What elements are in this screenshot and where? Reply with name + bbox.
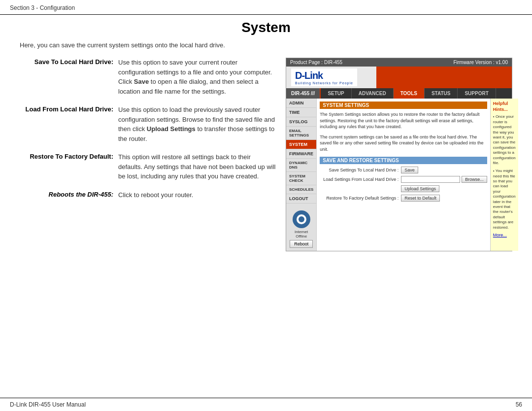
page-header: Section 3 - Configuration	[0, 0, 532, 15]
router-nav-tabs: SETUP ADVANCED TOOLS STATUS SUPPORT	[321, 88, 512, 99]
router-upload-button[interactable]: Upload Settings	[401, 185, 439, 192]
router-load-row: Load Settings From Local Hard Drive : Br…	[320, 176, 487, 183]
internet-inner-icon	[297, 214, 306, 224]
reboot-button[interactable]: Reboot	[290, 240, 313, 248]
router-hint2: • You might need this file so that you c…	[493, 169, 516, 230]
sidebar-item-firmware[interactable]: FIRMWARE	[286, 149, 316, 159]
router-save-button[interactable]: Save	[401, 167, 418, 173]
sidebar-item-ddns[interactable]: DYNAMIC DNS	[286, 159, 316, 172]
sidebar-item-time[interactable]: TIME	[286, 108, 316, 117]
reboot-description: Click to reboot your router.	[118, 190, 276, 200]
router-firmware-version: Firmware Version : v1.00	[453, 60, 508, 65]
sidebar-item-system[interactable]: SYSTEM	[286, 140, 316, 149]
router-load-input[interactable]	[401, 176, 460, 183]
dlink-logo-text: D-Link	[295, 70, 353, 81]
dlink-logo-sub: Building Networks for People	[295, 81, 353, 85]
save-bold-word: Save	[134, 78, 149, 85]
router-load-input-row: Browse...	[401, 176, 487, 183]
content-layout: Save To Local Hard Drive: Use this optio…	[20, 58, 512, 251]
nav-tab-setup[interactable]: SETUP	[321, 88, 351, 99]
intro-text: Here, you can save the current system se…	[20, 41, 512, 49]
router-more-link[interactable]: More...	[493, 233, 516, 239]
section-label: Section 3 - Configuration	[10, 4, 75, 11]
restore-label: Restore To Factory Default:	[20, 152, 113, 181]
save-label: Save To Local Hard Drive:	[20, 58, 113, 96]
reboot-label: Reboots the DIR-455:	[20, 190, 113, 200]
sidebar-item-logout[interactable]: LOGOUT	[286, 194, 316, 204]
sidebar-item-email[interactable]: EMAIL SETTINGS	[286, 127, 316, 140]
internet-core-icon	[299, 216, 304, 222]
router-sidebar: ADMIN TIME SYSLOG EMAIL SETTINGS SYSTEM …	[286, 99, 317, 251]
system-settings-title: SYSTEM SETTINGS	[320, 102, 487, 109]
router-main-area: SYSTEM SETTINGS The System Settings sect…	[317, 99, 490, 251]
router-restore-row: Restore To Factory Default Settings : Re…	[320, 195, 487, 202]
system-settings-desc1: The System Settings section allows you t…	[320, 111, 487, 130]
footer-left: D-Link DIR-455 User Manual	[10, 401, 86, 408]
sidebar-item-schedules[interactable]: SCHEDULES	[286, 185, 316, 194]
router-hints-panel: Helpful Hints... • Once your router is c…	[490, 99, 518, 251]
dlink-logo: D-Link Building Networks for People	[291, 68, 357, 86]
save-setting-row: Save To Local Hard Drive: Use this optio…	[20, 58, 276, 96]
nav-tab-advanced[interactable]: ADVANCED	[352, 88, 394, 99]
save-description: Use this option to save your current rou…	[118, 58, 276, 96]
load-description: Use this option to load the previously s…	[118, 105, 276, 143]
left-column: Save To Local Hard Drive: Use this optio…	[20, 58, 276, 251]
system-settings-desc2: The current system settings can be saved…	[320, 134, 487, 153]
router-screenshot: Product Page : DIR-455 Firmware Version …	[286, 58, 512, 251]
router-upload-row: Upload Settings	[320, 185, 487, 192]
load-setting-row: Load From Local Hard Drive: Use this opt…	[20, 105, 276, 143]
router-save-label: Save Settings To Local Hard Drive :	[320, 168, 399, 172]
router-product-page: Product Page : DIR-455	[290, 60, 342, 65]
router-load-label: Load Settings From Local Hard Drive :	[320, 177, 399, 182]
sidebar-item-admin[interactable]: ADMIN	[286, 99, 316, 108]
router-restore-button[interactable]: Reset to Default	[401, 195, 440, 202]
router-hint1: • Once your router is configured the way…	[493, 114, 516, 166]
upload-bold-word: Upload Settings	[147, 125, 196, 133]
reboot-area: InternetOffline Reboot	[286, 207, 316, 251]
save-restore-title: SAVE AND RESTORE SETTINGS	[320, 157, 487, 164]
nav-tab-support[interactable]: SUPPORT	[458, 88, 496, 99]
sidebar-item-syscheck[interactable]: SYSTEM CHECK	[286, 172, 316, 185]
router-logo-bar: D-Link Building Networks for People	[286, 67, 512, 88]
router-save-row: Save Settings To Local Hard Drive : Save	[320, 167, 487, 173]
page-title: System	[20, 20, 512, 35]
internet-status-text: InternetOffline	[289, 230, 313, 239]
nav-tab-status[interactable]: STATUS	[425, 88, 458, 99]
reboot-setting-row: Reboots the DIR-455: Click to reboot you…	[20, 190, 276, 200]
router-nav: DIR-455 /// SETUP ADVANCED TOOLS STATUS …	[286, 88, 512, 99]
sidebar-item-syslog[interactable]: SYSLOG	[286, 117, 316, 127]
router-body: ADMIN TIME SYSLOG EMAIL SETTINGS SYSTEM …	[286, 99, 512, 251]
load-label: Load From Local Hard Drive:	[20, 105, 113, 143]
router-restore-label: Restore To Factory Default Settings :	[320, 196, 399, 201]
internet-status-icon	[293, 210, 310, 228]
router-hints-title: Helpful Hints...	[493, 101, 516, 112]
router-top-bar: Product Page : DIR-455 Firmware Version …	[286, 58, 512, 67]
page-footer: D-Link DIR-455 User Manual 56	[0, 398, 532, 411]
footer-right: 56	[516, 401, 522, 408]
router-screenshot-column: Product Page : DIR-455 Firmware Version …	[286, 58, 512, 251]
restore-description: This option will restore all settings ba…	[118, 152, 276, 181]
restore-setting-row: Restore To Factory Default: This option …	[20, 152, 276, 181]
main-content: System Here, you can save the current sy…	[0, 15, 532, 256]
router-browse-button[interactable]: Browse...	[462, 176, 487, 183]
router-model-tab: DIR-455 ///	[286, 88, 321, 99]
nav-tab-tools[interactable]: TOOLS	[394, 88, 425, 99]
